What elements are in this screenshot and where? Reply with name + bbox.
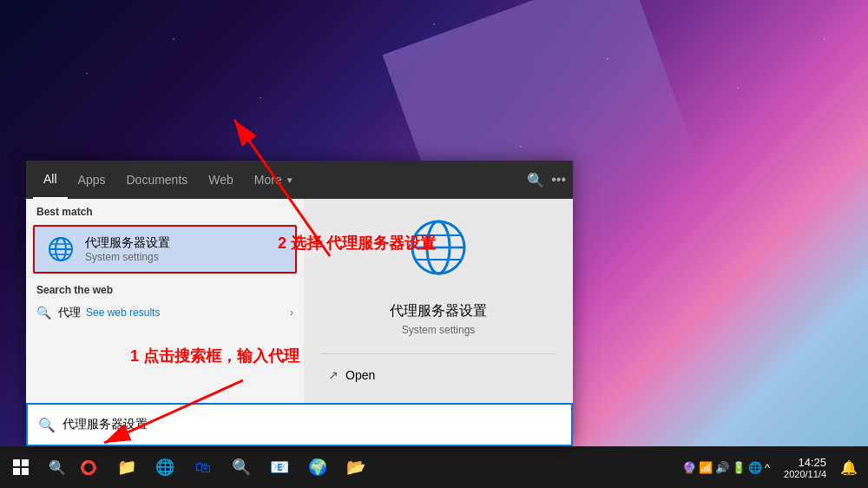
open-icon: ↗ [328,368,339,382]
taskbar-volume-icon[interactable]: 🔊 [715,461,729,474]
tab-all[interactable]: All [33,161,68,199]
windows-logo-icon [13,459,29,475]
clock-time: 14:25 [784,456,826,469]
start-button[interactable] [0,446,42,488]
taskbar-apps-area: 📁 🌐 🛍 🔍 📧 🌍 📂 [104,446,679,488]
desktop: All Apps Documents Web More ▼ 🔍 ••• Best… [0,0,868,488]
detail-title: 代理服务器设置 [390,302,487,320]
taskbar-search2-icon[interactable]: 🔍 [222,446,260,488]
annotation-text-1: 1 点击搜索框，输入代理 [130,346,299,366]
tab-documents[interactable]: Documents [115,161,198,199]
taskbar-file-explorer-icon[interactable]: 📁 [108,446,146,488]
pin-icon[interactable]: 🔍 [527,172,544,188]
detail-subtitle: System settings [402,324,476,336]
taskbar-battery-icon: 🔋 [732,461,746,474]
more-options-icon[interactable]: ••• [551,172,566,188]
taskbar-notification-area: 🔮 📶 🔊 🔋 🌐 ^ [679,461,773,474]
open-label: Open [345,368,375,382]
taskbar-ie-icon[interactable]: 🌍 [299,446,337,488]
nav-tab-icons: 🔍 ••• [527,172,566,188]
web-search-magnifier-icon: 🔍 [36,306,51,320]
best-match-subtitle: System settings [85,251,170,263]
clock-date: 2020/11/4 [784,469,826,479]
web-search-arrow-icon: › [290,307,293,319]
taskbar-chevron-icon[interactable]: ^ [765,461,770,474]
web-section-label: Search the web [26,277,304,300]
search-results-area: Best match 代理服务器设置 Syst [26,199,573,403]
search-bar-icon: 🔍 [38,417,56,433]
search-bar[interactable]: 🔍 代理服务器设置 [26,403,573,446]
web-search-query: 代理 [58,305,81,320]
web-search-label: See web results [86,307,160,319]
annotation-text-2: 2 选择 代理服务器设置 [278,233,436,254]
taskbar-right-area: 🔮 📶 🔊 🔋 🌐 ^ 14:25 2020/11/4 🔔 [679,456,868,479]
taskbar: 🔍 ⭕ 📁 🌐 🛍 🔍 📧 🌍 📂 🔮 📶 🔊 🔋 🌐 ^ [0,446,868,488]
taskbar-wifi-icon[interactable]: 📶 [699,461,713,474]
tab-more[interactable]: More ▼ [244,161,305,199]
results-left-panel: Best match 代理服务器设置 Syst [26,199,304,403]
start-menu: All Apps Documents Web More ▼ 🔍 ••• Best… [26,161,573,446]
taskbar-mail-icon[interactable]: 📧 [260,446,299,488]
taskbar-network-icon: 🌐 [748,461,762,474]
taskbar-cortana-icon[interactable]: ⭕ [73,446,104,488]
best-match-text-group: 代理服务器设置 System settings [85,235,170,263]
taskbar-edge-icon[interactable]: 🌐 [146,446,184,488]
web-search-item[interactable]: 🔍 代理 See web results › [26,300,304,326]
best-match-globe-icon [45,234,76,265]
best-match-label: Best match [26,199,304,221]
tab-apps[interactable]: Apps [68,161,116,199]
taskbar-clock[interactable]: 14:25 2020/11/4 [777,456,833,479]
detail-globe-icon [407,216,470,292]
best-match-item[interactable]: 代理服务器设置 System settings [33,225,297,274]
search-bar-value[interactable]: 代理服务器设置 [62,417,561,432]
best-match-title: 代理服务器设置 [85,235,170,251]
tab-web[interactable]: Web [198,161,244,199]
taskbar-folder2-icon[interactable]: 📂 [337,446,375,488]
detail-divider [321,353,556,354]
taskbar-notification-bell-icon[interactable]: 🔔 [837,459,861,476]
detail-open-button[interactable]: ↗ Open [321,365,382,386]
results-right-panel: 代理服务器设置 System settings ↗ Open [304,199,573,403]
taskbar-store-icon[interactable]: 🛍 [184,446,222,488]
nav-tabs: All Apps Documents Web More ▼ 🔍 ••• [26,161,573,199]
taskbar-search-icon[interactable]: 🔍 [42,446,73,488]
taskbar-vs-icon: 🔮 [682,461,696,474]
